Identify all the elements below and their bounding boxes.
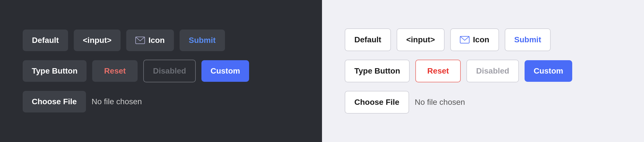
light-input-label: <input> — [406, 35, 435, 44]
light-input-button[interactable]: <input> — [397, 28, 445, 51]
dark-type-button-label: Type Button — [32, 66, 77, 76]
envelope-icon-light — [460, 36, 470, 43]
light-row-2: Type Button Reset Disabled Custom — [345, 60, 572, 82]
light-icon-button[interactable]: Icon — [450, 28, 499, 51]
light-type-button-button[interactable]: Type Button — [345, 60, 410, 82]
dark-type-button-button[interactable]: Type Button — [23, 60, 87, 82]
dark-disabled-label: Disabled — [153, 66, 186, 75]
light-reset-button[interactable]: Reset — [415, 60, 461, 82]
light-custom-button[interactable]: Custom — [525, 60, 572, 82]
light-default-label: Default — [354, 35, 381, 44]
light-custom-label: Custom — [534, 66, 563, 75]
dark-row-3: Choose File No file chosen — [23, 91, 142, 112]
dark-default-button[interactable]: Default — [23, 30, 68, 51]
light-default-button[interactable]: Default — [345, 28, 391, 51]
dark-input-button[interactable]: <input> — [74, 30, 121, 51]
light-file-status: No file chosen — [415, 98, 465, 107]
light-panel: Default <input> Icon Submit Type Button … — [322, 0, 644, 142]
dark-reset-button[interactable]: Reset — [92, 60, 138, 82]
dark-icon-label: Icon — [148, 36, 165, 45]
dark-disabled-button[interactable]: Disabled — [143, 60, 196, 82]
light-row-3: Choose File No file chosen — [345, 91, 465, 114]
light-submit-button[interactable]: Submit — [505, 28, 551, 51]
dark-choose-file-label: Choose File — [32, 97, 77, 106]
dark-icon-button[interactable]: Icon — [126, 30, 174, 51]
dark-default-label: Default — [32, 36, 59, 45]
light-row-1: Default <input> Icon Submit — [345, 28, 551, 51]
dark-reset-label: Reset — [104, 66, 126, 75]
dark-row-1: Default <input> Icon Submit — [23, 30, 225, 51]
light-disabled-button[interactable]: Disabled — [466, 60, 519, 82]
dark-custom-label: Custom — [211, 66, 240, 75]
envelope-icon — [135, 37, 145, 44]
light-submit-label: Submit — [514, 35, 541, 44]
dark-input-label: <input> — [83, 36, 111, 45]
dark-submit-button[interactable]: Submit — [180, 30, 225, 51]
dark-row-2: Type Button Reset Disabled Custom — [23, 60, 249, 82]
light-choose-file-label: Choose File — [354, 98, 399, 106]
dark-custom-button[interactable]: Custom — [201, 60, 249, 82]
light-reset-label: Reset — [427, 66, 449, 75]
light-disabled-label: Disabled — [476, 66, 509, 75]
light-choose-file-button[interactable]: Choose File — [345, 91, 409, 114]
dark-file-status: No file chosen — [92, 97, 142, 106]
light-icon-label: Icon — [473, 35, 489, 44]
dark-submit-label: Submit — [189, 36, 216, 45]
dark-panel: Default <input> Icon Submit Type Button … — [0, 0, 322, 142]
dark-choose-file-button[interactable]: Choose File — [23, 91, 86, 112]
light-type-button-label: Type Button — [354, 66, 400, 76]
